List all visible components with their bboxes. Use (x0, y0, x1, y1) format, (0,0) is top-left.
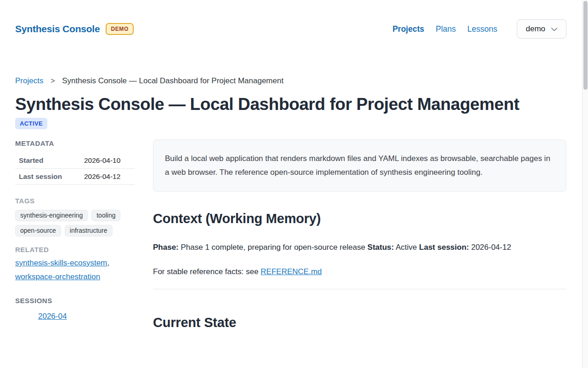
tags-section: TAGS synthesis-engineering tooling open-… (15, 197, 135, 236)
app-header: Synthesis Console DEMO Projects Plans Le… (15, 0, 566, 39)
sessions-section: SESSIONS 2026-04 (15, 297, 135, 321)
nav-item-lessons[interactable]: Lessons (467, 24, 497, 34)
main-content: Build a local web application that rende… (153, 139, 566, 330)
status-value: Active (396, 243, 417, 252)
metadata-label-started: Started (15, 153, 80, 169)
table-row: Last session 2026-04-12 (15, 168, 135, 184)
metadata-table: Started 2026-04-10 Last session 2026-04-… (15, 153, 135, 185)
table-row: Started 2026-04-10 (15, 153, 135, 169)
breadcrumb-current: Synthesis Console — Local Dashboard for … (62, 76, 283, 85)
related-link-workspace-orchestration[interactable]: workspace-orchestration (15, 272, 100, 281)
tags-heading: TAGS (15, 197, 135, 205)
tag-chip: open-source (15, 225, 61, 236)
scrollbar-thumb[interactable] (583, 1, 588, 90)
metadata-value-last-session: 2026-04-12 (80, 168, 135, 184)
list-item: 2026-04 (38, 312, 135, 321)
project-description-box: Build a local web application that rende… (153, 139, 566, 192)
session-link-2026-04[interactable]: 2026-04 (38, 312, 67, 321)
related-heading: RELATED (15, 246, 135, 253)
related-links: synthesis-skills-ecosystem, workspace-or… (15, 256, 135, 284)
related-separator: , (107, 259, 109, 267)
tag-chip: synthesis-engineering (15, 210, 88, 221)
nav-item-plans[interactable]: Plans (436, 24, 456, 34)
reference-note: For stable reference facts: see REFERENC… (153, 267, 566, 276)
session-list: 2026-04 (15, 312, 135, 321)
reference-prefix: For stable reference facts: see (153, 267, 259, 276)
tag-list: synthesis-engineering tooling open-sourc… (15, 210, 135, 236)
page-container: Synthesis Console DEMO Projects Plans Le… (15, 0, 566, 330)
related-link-synthesis-skills-ecosystem[interactable]: synthesis-skills-ecosystem (15, 259, 107, 267)
nav-item-projects[interactable]: Projects (392, 24, 424, 34)
last-session-label: Last session: (419, 243, 469, 252)
brand-area: Synthesis Console DEMO (15, 23, 134, 35)
page-title: Synthesis Console — Local Dashboard for … (15, 94, 566, 115)
layout: METADATA Started 2026-04-10 Last session… (15, 139, 566, 330)
section-divider (153, 289, 566, 289)
metadata-label-last-session: Last session (15, 168, 80, 184)
metadata-heading: METADATA (15, 139, 135, 147)
chevron-down-icon (551, 27, 558, 32)
breadcrumb-projects-link[interactable]: Projects (15, 76, 43, 85)
user-menu-label: demo (526, 24, 545, 34)
sidebar: METADATA Started 2026-04-10 Last session… (15, 139, 135, 321)
tag-chip: infrastructure (65, 225, 113, 236)
breadcrumb-separator: > (51, 77, 55, 85)
user-menu-button[interactable]: demo (517, 19, 566, 39)
metadata-section: METADATA Started 2026-04-10 Last session… (15, 139, 135, 185)
main-nav: Projects Plans Lessons demo (392, 19, 566, 39)
last-session-value: 2026-04-12 (471, 243, 511, 252)
tag-chip: tooling (91, 210, 120, 221)
brand-link[interactable]: Synthesis Console (15, 23, 100, 34)
context-summary: Phase: Phase 1 complete, preparing for o… (153, 240, 566, 255)
context-section-heading: Context (Working Memory) (153, 211, 566, 226)
reference-md-link[interactable]: REFERENCE.md (260, 267, 322, 276)
status-label: Status: (368, 243, 394, 252)
scrollbar[interactable] (582, 0, 588, 368)
breadcrumb: Projects > Synthesis Console — Local Das… (15, 76, 566, 86)
sessions-heading: SESSIONS (15, 297, 135, 305)
metadata-value-started: 2026-04-10 (80, 153, 135, 169)
demo-badge: DEMO (106, 23, 133, 35)
phase-label: Phase: (153, 243, 179, 252)
phase-value: Phase 1 complete, preparing for open-sou… (181, 243, 365, 252)
current-state-heading: Current State (153, 315, 566, 330)
project-description: Build a local web application that rende… (165, 152, 554, 179)
related-section: RELATED synthesis-skills-ecosystem, work… (15, 246, 135, 284)
status-badge: ACTIVE (15, 118, 47, 129)
